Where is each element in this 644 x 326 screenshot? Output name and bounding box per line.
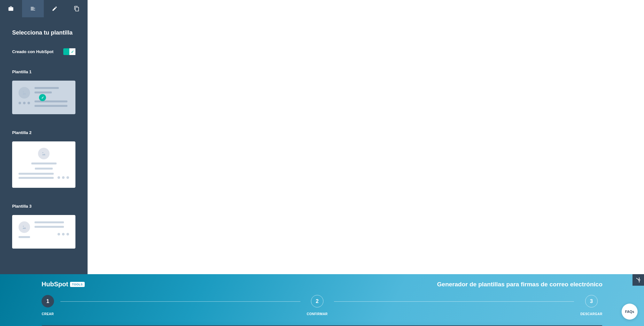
copy-icon bbox=[74, 6, 80, 12]
tab-style[interactable] bbox=[44, 0, 66, 17]
svg-point-7 bbox=[639, 279, 640, 281]
template-card-1[interactable]: ✓ bbox=[12, 81, 75, 114]
page-title: Generador de plantillas para firmas de c… bbox=[437, 281, 602, 288]
step-2-label: CONFIRMAR bbox=[307, 312, 328, 316]
main-content: HubSpot TOOLS Generador de plantillas pa… bbox=[0, 274, 644, 326]
selected-check-icon: ✓ bbox=[39, 94, 46, 101]
svg-point-13 bbox=[639, 282, 640, 282]
template-3-label: Plantilla 3 bbox=[12, 204, 75, 209]
image-placeholder-icon bbox=[19, 221, 30, 233]
created-with-toggle[interactable] bbox=[63, 48, 75, 55]
tab-copy[interactable] bbox=[66, 0, 88, 17]
step-2-circle[interactable]: 2 bbox=[311, 295, 323, 307]
template-1-label: Plantilla 1 bbox=[12, 69, 75, 74]
template-2-label: Plantilla 2 bbox=[12, 130, 75, 135]
template-card-2[interactable] bbox=[12, 141, 75, 188]
text-align-icon bbox=[30, 6, 36, 12]
svg-point-12 bbox=[639, 277, 640, 278]
image-placeholder-icon bbox=[19, 87, 30, 99]
hubspot-sprocket-icon bbox=[635, 277, 641, 283]
briefcase-icon bbox=[8, 6, 14, 12]
created-with-label: Creado con HubSpot bbox=[12, 49, 53, 54]
progress-steps: 1 CREAR 2 CONFIRMAR 3 DESCARGAR bbox=[19, 288, 625, 325]
step-3-label: DESCARGAR bbox=[580, 312, 602, 316]
sidebar-tabs bbox=[0, 0, 88, 17]
step-1-label: CREAR bbox=[42, 312, 54, 316]
tab-details[interactable] bbox=[22, 0, 44, 17]
pencil-icon bbox=[52, 6, 58, 12]
hubspot-corner-button[interactable] bbox=[632, 274, 644, 286]
image-placeholder-icon bbox=[38, 148, 50, 159]
svg-point-0 bbox=[23, 91, 24, 92]
logo-text: HubSpot bbox=[42, 281, 68, 288]
hubspot-logo: HubSpot TOOLS bbox=[42, 281, 85, 288]
svg-point-11 bbox=[636, 278, 637, 279]
sidebar-title: Selecciona tu plantilla bbox=[12, 29, 75, 36]
svg-line-10 bbox=[637, 279, 639, 280]
sidebar: Selecciona tu plantilla Creado con HubSp… bbox=[0, 0, 88, 274]
svg-point-2 bbox=[23, 226, 24, 227]
step-3-circle[interactable]: 3 bbox=[585, 295, 598, 307]
template-card-3[interactable] bbox=[12, 215, 75, 249]
faqs-button[interactable]: FAQs bbox=[622, 304, 638, 320]
svg-point-1 bbox=[43, 152, 43, 153]
step-1-circle[interactable]: 1 bbox=[42, 295, 54, 307]
faqs-label: FAQs bbox=[625, 310, 634, 314]
tab-template[interactable] bbox=[0, 0, 22, 17]
tools-badge: TOOLS bbox=[70, 282, 84, 287]
